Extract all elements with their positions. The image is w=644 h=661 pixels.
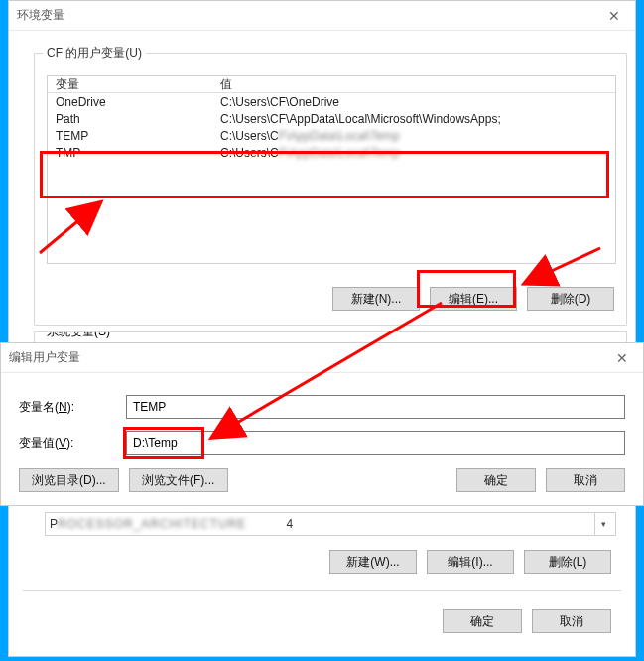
user-vars-table[interactable]: 变量 值 OneDrive C:\Users\CF\OneDrive Path … [47,75,616,264]
browse-dir-button[interactable]: 浏览目录(D)... [19,468,119,492]
env-main-buttons: 确定 取消 [9,609,635,633]
table-header: 变量 值 [48,76,615,93]
edit-titlebar: 编辑用户变量 ✕ [1,343,643,373]
sys-new-button[interactable]: 新建(W)... [329,550,417,574]
col-value: 值 [216,76,615,93]
edit-ok-button[interactable]: 确定 [456,468,536,492]
env-title: 环境变量 [17,7,64,24]
user-edit-button[interactable]: 编辑(E)... [430,287,517,311]
sys-vars-buttons: 新建(W)... 编辑(I)... 删除(L) [9,550,635,574]
browse-file-button[interactable]: 浏览文件(F)... [129,468,228,492]
table-row[interactable]: TEMP C:\Users\CF\AppData\Local\Temp [48,127,615,144]
var-value-row: 变量值(V): [19,431,625,455]
edit-action-buttons: 确定 取消 [456,468,625,492]
edit-title: 编辑用户变量 [9,349,80,366]
env-cancel-button[interactable]: 取消 [532,609,611,633]
edit-user-var-dialog: 编辑用户变量 ✕ 变量名(N): 变量值(V): 浏览目录(D)... 浏览文件… [0,342,644,506]
close-icon[interactable]: ✕ [593,1,635,30]
close-icon[interactable]: ✕ [601,343,643,372]
user-vars-group-label: CF 的用户变量(U) [43,45,146,62]
table-row[interactable]: OneDrive C:\Users\CF\OneDrive [48,93,615,110]
user-vars-group: CF 的用户变量(U) 变量 值 OneDrive C:\Users\CF\On… [34,53,627,326]
table-row[interactable]: TMP C:\Users\CF\AppData\Local\Temp [48,144,615,161]
user-vars-buttons: 新建(N)... 编辑(E)... 删除(D) [35,287,626,311]
sys-del-button[interactable]: 删除(L) [524,550,611,574]
env-ok-button[interactable]: 确定 [443,609,522,633]
var-value-input[interactable] [126,431,625,455]
var-name-label: 变量名(N): [19,399,126,416]
env-dialog-lower: P ROCESSOR_ARCHITECTURE 4 ▾ 新建(W)... 编辑(… [8,506,636,657]
user-new-button[interactable]: 新建(N)... [332,287,420,311]
divider [23,590,621,591]
var-name-row: 变量名(N): [19,395,625,419]
edit-browse-buttons: 浏览目录(D)... 浏览文件(F)... [19,468,228,492]
user-del-button[interactable]: 删除(D) [527,287,614,311]
sys-vars-list-row[interactable]: P ROCESSOR_ARCHITECTURE 4 ▾ [45,512,616,536]
table-row[interactable]: Path C:\Users\CF\AppData\Local\Microsoft… [48,110,615,127]
sys-edit-button[interactable]: 编辑(I)... [427,550,514,574]
edit-body: 变量名(N): 变量值(V): 浏览目录(D)... 浏览文件(F)... 确定… [1,373,643,505]
chevron-down-icon[interactable]: ▾ [594,513,611,535]
col-variable: 变量 [48,76,216,93]
sys-vars-group-label: 系统变量(S) [43,331,114,340]
var-name-input[interactable] [126,395,625,419]
env-titlebar: 环境变量 ✕ [9,1,635,31]
edit-cancel-button[interactable]: 取消 [546,468,625,492]
var-value-label: 变量值(V): [19,435,126,452]
